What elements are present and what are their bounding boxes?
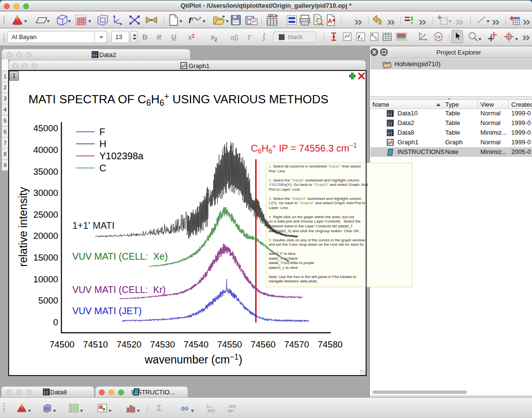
svg-text:z: z — [421, 33, 422, 36]
svg-text:123: 123 — [268, 14, 273, 17]
svg-text:C: C — [375, 37, 378, 40]
svg-text:f: f — [189, 16, 192, 25]
svg-text:A: A — [328, 17, 333, 25]
svg-text:x: x — [436, 34, 438, 39]
svg-text:y: y — [438, 34, 441, 39]
svg-text:B: B — [371, 33, 374, 37]
